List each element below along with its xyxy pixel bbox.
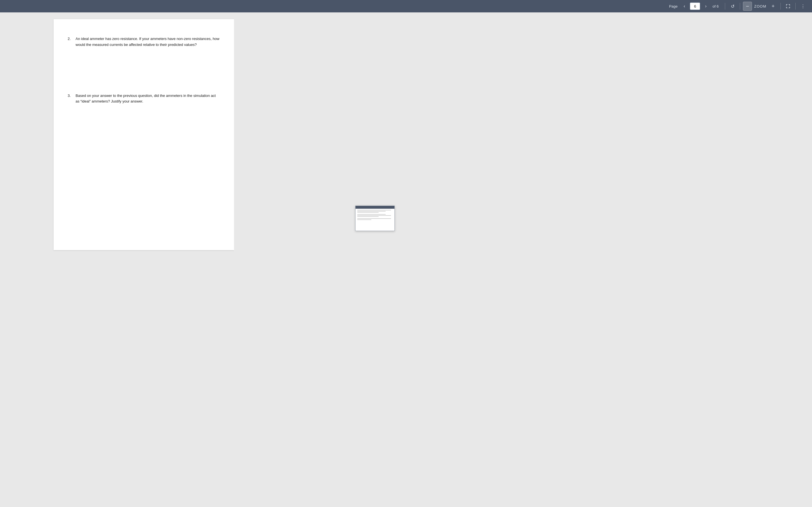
- thumbnail-preview[interactable]: [355, 206, 395, 231]
- question-2-number: 2.: [68, 36, 75, 48]
- toolbar: Page ‹ › of 6 ↺ − ZOOM + ⋮: [0, 0, 406, 12]
- right-sidebar: [234, 12, 406, 253]
- left-sidebar: [0, 12, 54, 253]
- thumb-line: [357, 216, 378, 217]
- question-3-text: Based on your answer to the previous que…: [75, 93, 220, 105]
- question-2-text: An ideal ammeter has zero resistance. If…: [75, 36, 220, 48]
- question-3-number: 3.: [68, 93, 75, 105]
- thumb-line: [357, 214, 386, 215]
- thumb-line: [357, 219, 371, 220]
- main-area: 2. An ideal ammeter has zero resistance.…: [0, 12, 406, 253]
- thumb-block-3: [357, 218, 393, 220]
- question-2-answer-space: [68, 59, 220, 93]
- thumb-block-1: [357, 210, 393, 213]
- page-document: 2. An ideal ammeter has zero resistance.…: [54, 19, 234, 250]
- thumb-line: [357, 211, 386, 212]
- thumb-line: [357, 212, 378, 213]
- thumb-line: [357, 218, 391, 219]
- thumbnail-header-bar: [356, 206, 395, 209]
- thumb-line: [357, 215, 391, 216]
- question-2: 2. An ideal ammeter has zero resistance.…: [68, 36, 220, 48]
- thumbnail-body: [356, 209, 395, 223]
- thumb-block-2: [357, 214, 393, 217]
- question-3: 3. Based on your answer to the previous …: [68, 93, 220, 105]
- thumb-line: [357, 210, 391, 210]
